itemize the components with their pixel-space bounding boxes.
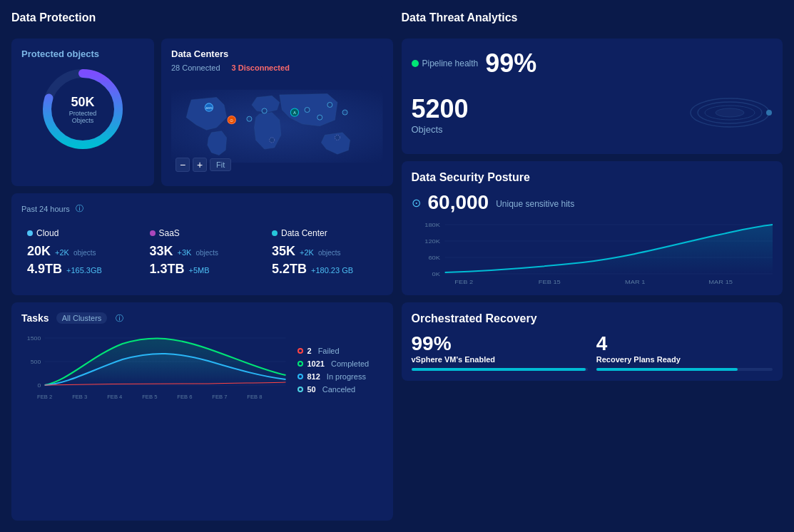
cloud-storage-delta: +165.3GB bbox=[66, 266, 102, 275]
vsphere-recovery: 99% vSphere VM's Enabled bbox=[412, 332, 588, 371]
canceled-dot bbox=[297, 387, 303, 392]
saas-objects-unit: objects bbox=[195, 249, 218, 257]
tasks-content: 1500 500 0 bbox=[21, 331, 383, 409]
legend-completed: 1021 Completed bbox=[297, 359, 383, 368]
security-posture-card: Data Security Posture ⊙ 60,000 Unique se… bbox=[402, 161, 783, 295]
cloud-dot bbox=[27, 230, 33, 236]
completed-dot bbox=[297, 361, 303, 367]
security-chart: 180K 120K 60K 0K FEB 2 FEB 1 bbox=[412, 221, 773, 285]
cloud-metric: Cloud 20K +2K objects 4.9TB +165.3GB bbox=[21, 222, 138, 285]
security-posture-title: Data Security Posture bbox=[412, 171, 773, 184]
tasks-legend: 2 Failed 1021 Completed 812 In progress bbox=[297, 331, 383, 409]
ring-visual bbox=[687, 84, 773, 144]
svg-text:120K: 120K bbox=[424, 239, 440, 245]
zoom-out-button[interactable]: − bbox=[175, 158, 190, 172]
metrics-header: Past 24 hours ⓘ bbox=[21, 203, 383, 214]
dc-disconnected-count: 3 Disconnected bbox=[232, 63, 290, 72]
completed-value: 1021 bbox=[307, 359, 325, 368]
sensitive-hits-row: ⊙ 60,000 Unique sensitive hits bbox=[412, 191, 773, 214]
svg-point-14 bbox=[342, 110, 347, 115]
plans-progress-fill bbox=[596, 368, 738, 371]
saas-objects-value: 33K bbox=[150, 244, 173, 259]
tasks-filter[interactable]: All Clusters bbox=[56, 312, 108, 324]
svg-text:FEB 7: FEB 7 bbox=[212, 394, 227, 400]
inprogress-label: In progress bbox=[327, 372, 366, 381]
svg-point-15 bbox=[270, 138, 275, 143]
svg-text:FEB 3: FEB 3 bbox=[72, 394, 87, 400]
objects-label: Objects bbox=[412, 124, 469, 135]
data-centers-title: Data Centers bbox=[171, 48, 383, 59]
recovery-grid: 99% vSphere VM's Enabled 4 Recovery Plan… bbox=[412, 332, 773, 371]
datacenter-objects-unit: objects bbox=[318, 249, 341, 257]
vsphere-progress-bar bbox=[412, 368, 588, 371]
svg-text:0K: 0K bbox=[432, 272, 440, 277]
legend-inprogress: 812 In progress bbox=[297, 372, 383, 381]
past-24h-label: Past 24 hours bbox=[21, 205, 70, 213]
svg-text:FEB 6: FEB 6 bbox=[177, 394, 192, 400]
svg-point-9 bbox=[247, 116, 252, 121]
svg-text:MAR 15: MAR 15 bbox=[708, 280, 733, 285]
objects-number: 5200 bbox=[412, 94, 469, 124]
right-section-title: Data Threat Analytics bbox=[402, 11, 783, 24]
datacenter-storage-value: 5.2TB bbox=[272, 262, 307, 277]
tasks-card: Tasks All Clusters ⓘ 1500 500 0 bbox=[11, 302, 393, 521]
svg-text:180K: 180K bbox=[424, 222, 440, 228]
donut-chart: 50K Protected Objects bbox=[40, 66, 126, 152]
datacenter-dot bbox=[272, 230, 278, 236]
svg-point-33 bbox=[716, 108, 744, 117]
saas-storage-row: 1.3TB +5MB bbox=[150, 262, 255, 277]
zoom-in-button[interactable]: + bbox=[193, 158, 207, 172]
protected-objects-title: Protected objects bbox=[21, 48, 99, 59]
metrics-card: Past 24 hours ⓘ Cloud 20K +2K objects bbox=[11, 193, 393, 295]
cloud-label: Cloud bbox=[27, 228, 133, 238]
svg-text:0: 0 bbox=[37, 382, 41, 389]
cloud-objects-delta: +2K bbox=[55, 248, 69, 257]
datacenter-storage-row: 5.2TB +180.23 GB bbox=[272, 262, 377, 277]
left-section-title: Data Protection bbox=[11, 11, 393, 24]
recovery-title: Orchestrated Recovery bbox=[412, 312, 773, 325]
svg-text:FEB 8: FEB 8 bbox=[247, 394, 262, 400]
cloud-objects-value: 20K bbox=[27, 244, 51, 259]
plans-progress-bar bbox=[596, 368, 773, 371]
svg-text:MAR 1: MAR 1 bbox=[624, 280, 645, 285]
datacenter-metric: Data Center 35K +2K objects 5.2TB +180.2… bbox=[266, 222, 383, 285]
cloud-storage-row: 4.9TB +165.3GB bbox=[27, 262, 133, 277]
datacenter-objects-row: 35K +2K objects bbox=[272, 244, 377, 259]
vsphere-percent: 99% bbox=[412, 332, 588, 355]
svg-point-12 bbox=[317, 115, 322, 120]
canceled-value: 50 bbox=[307, 385, 316, 394]
cloud-objects-unit: objects bbox=[73, 249, 96, 257]
sensitive-label: Unique sensitive hits bbox=[496, 199, 574, 209]
top-left-row: Protected objects bbox=[11, 39, 393, 186]
map-controls: − + Fit bbox=[175, 158, 231, 172]
donut-center: 50K Protected Objects bbox=[61, 95, 104, 124]
legend-failed: 2 Failed bbox=[297, 347, 383, 355]
datacenter-objects-value: 35K bbox=[272, 244, 295, 259]
dc-status-row: 28 Connected 3 Disconnected bbox=[171, 63, 383, 72]
svg-point-10 bbox=[262, 108, 267, 113]
tasks-title: Tasks bbox=[21, 312, 49, 324]
left-column: Data Protection Protected objects bbox=[11, 11, 393, 521]
pipeline-dot bbox=[412, 60, 419, 67]
recovery-card: Orchestrated Recovery 99% vSphere VM's E… bbox=[402, 302, 783, 381]
datacenter-storage-delta: +180.23 GB bbox=[311, 266, 353, 275]
completed-label: Completed bbox=[331, 359, 369, 368]
svg-text:FEB 4: FEB 4 bbox=[107, 394, 122, 400]
svg-point-16 bbox=[335, 135, 340, 140]
plans-label: Recovery Plans Ready bbox=[596, 355, 773, 364]
saas-dot bbox=[150, 230, 156, 236]
fit-button[interactable]: Fit bbox=[210, 158, 231, 171]
tasks-header: Tasks All Clusters ⓘ bbox=[21, 312, 383, 324]
svg-text:FEB 5: FEB 5 bbox=[142, 394, 157, 400]
protected-objects-card: Protected objects bbox=[11, 39, 154, 186]
failed-label: Failed bbox=[318, 347, 340, 355]
right-column: Data Threat Analytics Pipeline health 99… bbox=[402, 11, 783, 521]
sensitive-num: 60,000 bbox=[428, 191, 489, 214]
svg-text:AWS: AWS bbox=[205, 106, 213, 110]
dc-connected-count: 28 Connected bbox=[171, 63, 220, 72]
saas-objects-delta: +3K bbox=[178, 248, 192, 257]
donut-label: Protected Objects bbox=[61, 110, 104, 124]
info-icon: ⓘ bbox=[76, 203, 83, 214]
plans-count: 4 bbox=[596, 332, 773, 355]
inprogress-dot bbox=[297, 374, 303, 379]
